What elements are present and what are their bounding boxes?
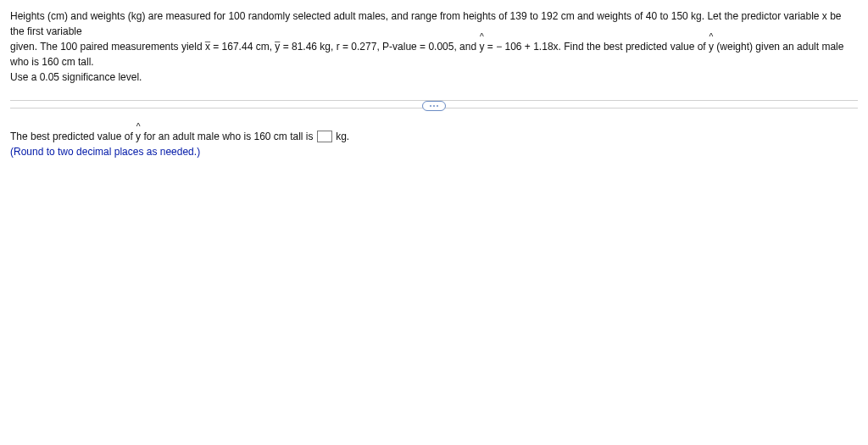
rounding-hint: (Round to two decimal places as needed.) (10, 146, 858, 158)
y-hat-symbol-2: y (709, 39, 714, 54)
ybar-value: = 81.46 kg, r = 0.277, P-value = 0.005, … (280, 41, 479, 53)
regression-eq: = − 106 + 1.18x. Find the best predicted… (484, 41, 709, 53)
problem-line1: Heights (cm) and weights (kg) are measur… (10, 10, 842, 37)
y-hat-answer-symbol: y (136, 129, 141, 145)
x-bar-symbol: x (205, 39, 210, 54)
section-divider (10, 100, 858, 112)
ellipsis-icon (430, 105, 438, 107)
answer-input[interactable] (317, 131, 332, 142)
y-hat-symbol: y (479, 39, 484, 54)
xbar-value: = 167.44 cm, (210, 41, 275, 53)
y-bar-symbol: y (275, 39, 280, 54)
expand-button[interactable] (422, 101, 446, 111)
answer-text-pre: The best predicted value of (10, 131, 136, 142)
answer-unit: kg. (333, 131, 349, 142)
answer-area: The best predicted value of y for an adu… (10, 129, 858, 158)
answer-text-mid: for an adult male who is 160 cm tall is (141, 131, 316, 142)
problem-line2-a: given. The 100 paired measurements yield (10, 41, 205, 53)
problem-line3: Use a 0.05 significance level. (10, 71, 142, 83)
problem-statement: Heights (cm) and weights (kg) are measur… (10, 8, 858, 85)
